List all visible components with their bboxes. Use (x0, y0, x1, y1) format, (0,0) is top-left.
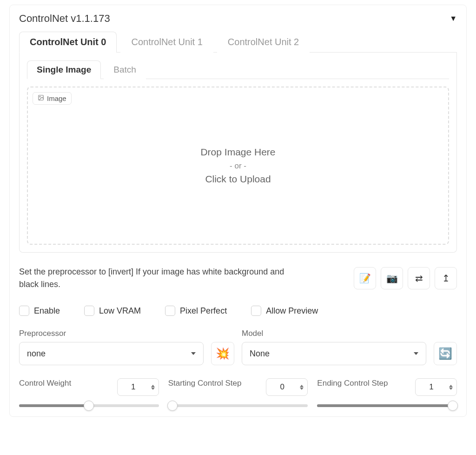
tab-single-image[interactable]: Single Image (27, 60, 101, 79)
image-badge-label: Image (47, 94, 66, 102)
camera-icon[interactable]: 📷 (381, 267, 403, 289)
preprocessor-dropdown[interactable]: none (19, 342, 204, 365)
spinner[interactable] (151, 385, 155, 390)
chevron-down-icon[interactable] (300, 388, 304, 390)
checkbox-row: Enable Low VRAM Pixel Perfect Allow Prev… (19, 306, 457, 316)
checkbox-label: Allow Preview (266, 306, 318, 316)
start-step-label: Starting Control Step (168, 378, 242, 388)
control-weight-value: 1 (124, 382, 143, 392)
spinner[interactable] (300, 385, 304, 390)
send-up-icon[interactable]: ↥ (435, 267, 457, 289)
slider-fill (317, 404, 457, 407)
chevron-down-icon[interactable]: ▼ (450, 14, 457, 23)
slider-thumb[interactable] (84, 401, 94, 411)
refresh-button[interactable]: 🔄 (434, 342, 457, 365)
start-step-group: Starting Control Step 0 (168, 378, 308, 407)
svg-point-1 (40, 96, 40, 97)
preprocessor-label: Preprocessor (19, 329, 204, 338)
spinner[interactable] (449, 385, 453, 390)
checkbox-box[interactable] (84, 306, 94, 316)
chevron-down-icon[interactable] (151, 388, 155, 390)
slider-fill (19, 404, 89, 407)
chevron-up-icon[interactable] (449, 385, 453, 387)
end-step-value: 1 (422, 382, 441, 392)
hint-text: Set the preprocessor to [invert] If your… (19, 266, 298, 291)
checkbox-enable[interactable]: Enable (19, 306, 60, 316)
preprocessor-value: none (27, 349, 46, 359)
end-step-label: Ending Control Step (317, 378, 388, 388)
dropdown-row: Preprocessor none 💥 Model None 🔄 (19, 329, 457, 365)
end-step-group: Ending Control Step 1 (317, 378, 457, 407)
chevron-down-icon (414, 352, 418, 355)
checkbox-pixel-perfect[interactable]: Pixel Perfect (165, 306, 227, 316)
model-group: Model None (242, 329, 426, 365)
panel-header[interactable]: ControlNet v1.1.173 ▼ (19, 10, 457, 31)
unit-tabs: ControlNet Unit 0 ControlNet Unit 1 Cont… (19, 31, 457, 53)
drop-text: Drop Image Here (200, 147, 275, 158)
explode-button[interactable]: 💥 (211, 342, 234, 365)
checkbox-box[interactable] (251, 306, 261, 316)
preprocessor-group: Preprocessor none (19, 329, 204, 365)
checkbox-box[interactable] (165, 306, 175, 316)
hint-row: Set the preprocessor to [invert] If your… (19, 266, 457, 291)
control-weight-input[interactable]: 1 (117, 378, 159, 396)
chevron-up-icon[interactable] (151, 385, 155, 387)
checkbox-label: Enable (34, 306, 60, 316)
swap-icon[interactable]: ⇄ (408, 267, 430, 289)
tab-unit-1[interactable]: ControlNet Unit 1 (120, 32, 213, 53)
control-weight-group: Control Weight 1 (19, 378, 159, 407)
start-step-value: 0 (273, 382, 291, 392)
tab-unit-2[interactable]: ControlNet Unit 2 (217, 32, 310, 53)
end-step-slider[interactable] (317, 404, 457, 407)
chevron-up-icon[interactable] (300, 385, 304, 387)
slider-thumb[interactable] (167, 401, 178, 411)
drop-click: Click to Upload (205, 174, 271, 185)
chevron-down-icon[interactable] (449, 388, 453, 390)
image-mode-tabs: Single Image Batch (27, 60, 449, 79)
checkbox-label: Pixel Perfect (180, 306, 227, 316)
controlnet-panel: ControlNet v1.1.173 ▼ ControlNet Unit 0 … (9, 5, 467, 417)
model-label: Model (242, 329, 426, 338)
pencil-icon[interactable]: 📝 (354, 267, 376, 289)
image-dropzone[interactable]: Image Drop Image Here - or - Click to Up… (27, 87, 449, 245)
drop-or: - or - (230, 161, 246, 171)
checkbox-box[interactable] (19, 306, 29, 316)
unit-content: Single Image Batch Image Drop Image Here… (19, 53, 457, 253)
checkbox-label: Low VRAM (99, 306, 141, 316)
image-badge: Image (33, 92, 72, 105)
control-weight-label: Control Weight (19, 378, 71, 388)
end-step-input[interactable]: 1 (415, 378, 457, 396)
checkbox-low-vram[interactable]: Low VRAM (84, 306, 141, 316)
sliders-row: Control Weight 1 Starting Control Step 0 (19, 378, 457, 407)
start-step-slider[interactable] (168, 404, 308, 407)
checkbox-allow-preview[interactable]: Allow Preview (251, 306, 318, 316)
panel-title: ControlNet v1.1.173 (19, 13, 110, 25)
model-dropdown[interactable]: None (242, 342, 426, 365)
action-icons: 📝 📷 ⇄ ↥ (354, 267, 457, 289)
tab-unit-0[interactable]: ControlNet Unit 0 (19, 32, 117, 53)
start-step-input[interactable]: 0 (266, 378, 308, 396)
control-weight-slider[interactable] (19, 404, 159, 407)
tab-batch[interactable]: Batch (104, 60, 146, 79)
chevron-down-icon (191, 352, 196, 355)
image-icon (38, 94, 44, 102)
model-value: None (250, 349, 270, 359)
slider-thumb[interactable] (448, 401, 458, 411)
